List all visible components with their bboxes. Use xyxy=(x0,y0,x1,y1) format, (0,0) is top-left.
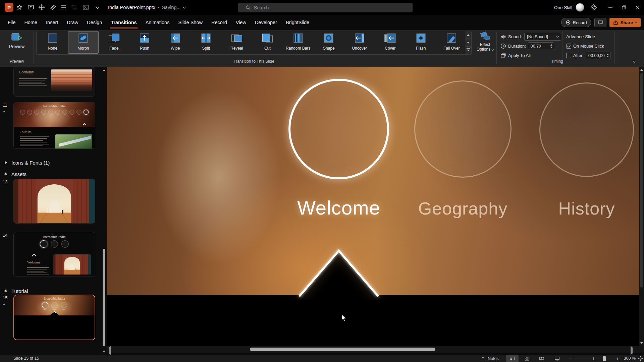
zoom-out-button[interactable]: − xyxy=(568,355,573,362)
nav-label-history[interactable]: History xyxy=(558,198,615,219)
on-mouse-click-checkbox[interactable] xyxy=(566,44,571,49)
paragraph-layout-icon[interactable] xyxy=(60,4,67,11)
section-label: Icons & Fonts (1) xyxy=(11,160,50,166)
slideshow-button[interactable] xyxy=(551,355,564,362)
designer-diamond-icon[interactable] xyxy=(590,4,597,11)
normal-view-button[interactable] xyxy=(506,355,519,362)
after-checkbox[interactable] xyxy=(566,53,571,58)
nav-circle-history[interactable] xyxy=(539,82,634,177)
transition-cover[interactable]: Cover xyxy=(375,31,406,54)
slide-lower-section[interactable] xyxy=(107,295,639,346)
present-screen-icon[interactable] xyxy=(28,4,34,11)
reading-view-button[interactable] xyxy=(535,355,548,362)
panel-scrollbar-thumb xyxy=(103,249,105,346)
tab-slide-show[interactable]: Slide Show xyxy=(174,15,207,30)
user-name[interactable]: One Skill xyxy=(554,5,572,10)
zoom-slider[interactable] xyxy=(574,355,614,362)
slide-counter: Slide 15 of 15 xyxy=(13,356,39,361)
zoom-slider-thumb[interactable] xyxy=(603,356,606,361)
transition-uncover[interactable]: Uncover xyxy=(344,31,375,54)
transition-fall-over[interactable]: Fall Over xyxy=(436,31,467,54)
transition-wipe[interactable]: Wipe xyxy=(160,31,191,54)
record-button[interactable]: Record xyxy=(561,18,592,27)
section-icons-fonts-1-[interactable]: Icons & Fonts (1) xyxy=(0,159,107,166)
sound-dropdown[interactable]: [No Sound] xyxy=(524,33,561,41)
nav-label-geography[interactable]: Geography xyxy=(418,198,507,219)
thumb-subtitle: Welcome xyxy=(27,260,40,264)
collapse-ribbon-button[interactable] xyxy=(631,58,638,65)
transition-random-bars[interactable]: Random Bars xyxy=(283,31,314,54)
canvas-horizontal-scrollbar[interactable] xyxy=(107,346,639,353)
transition-wipe-icon xyxy=(169,33,182,45)
zoom-level[interactable]: 300 % xyxy=(620,356,636,361)
tab-file[interactable]: File xyxy=(3,15,20,30)
on-mouse-click-label: On Mouse Click xyxy=(573,44,604,49)
tab-draw[interactable]: Draw xyxy=(62,15,83,30)
preview-button[interactable]: Preview xyxy=(3,31,30,53)
duration-input[interactable]: 00,70 xyxy=(528,42,554,50)
nav-circle-welcome[interactable] xyxy=(288,79,389,179)
close-button[interactable] xyxy=(631,0,644,15)
after-input[interactable]: 00:00,00 xyxy=(586,52,610,59)
slide-sorter-button[interactable] xyxy=(521,355,533,362)
transition-uncover-icon xyxy=(353,33,366,45)
slide-thumbnail-14[interactable]: Incredible IndiaWelcome xyxy=(13,232,95,277)
transition-push[interactable]: Push xyxy=(129,31,160,54)
record-dot-icon xyxy=(566,20,571,25)
gallery-scroll-up-button[interactable] xyxy=(465,31,471,39)
transition-cut[interactable]: Cut xyxy=(252,31,283,54)
transition-morph[interactable]: Morph xyxy=(68,31,99,54)
zoom-in-button[interactable]: + xyxy=(615,355,620,362)
tab-insert[interactable]: Insert xyxy=(42,15,62,30)
transition-shape[interactable]: Shape xyxy=(314,31,344,54)
tab-developer[interactable]: Developer xyxy=(251,15,281,30)
document-title[interactable]: India PowerPoint.pptx • Saving... xyxy=(108,0,185,15)
minimize-button[interactable] xyxy=(604,0,617,15)
fit-slide-to-window-button[interactable] xyxy=(637,355,644,362)
transition-split[interactable]: Split xyxy=(191,31,222,54)
apply-to-all-button[interactable]: Apply To All xyxy=(500,52,531,59)
slide-thumbnail-15[interactable]: Incredible India xyxy=(13,295,95,340)
notes-toggle[interactable]: Notes xyxy=(480,355,499,362)
tab-record[interactable]: Record xyxy=(207,15,231,30)
transition-none[interactable]: None xyxy=(37,31,68,54)
star-icon[interactable] xyxy=(16,4,23,11)
transition-fade[interactable]: Fade xyxy=(99,31,129,54)
nav-label-welcome[interactable]: Welcome xyxy=(297,196,380,219)
tab-transitions[interactable]: Transitions xyxy=(106,15,141,30)
canvas-vertical-scrollbar[interactable] xyxy=(639,67,644,353)
section-assets[interactable]: Assets xyxy=(0,170,107,178)
chevron-shape[interactable] xyxy=(285,241,392,300)
tab-home[interactable]: Home xyxy=(20,15,42,30)
slide-thumbnail-13[interactable] xyxy=(13,179,95,224)
transition-reveal[interactable]: Reveal xyxy=(221,31,252,54)
section-tutorial[interactable]: Tutorial xyxy=(0,287,107,295)
effect-options-button[interactable]: Effect Options xyxy=(474,31,496,58)
slide-thumbnail-11[interactable]: Incredible IndiaTourism xyxy=(13,102,95,149)
avatar[interactable] xyxy=(576,3,584,12)
customize-chevron-icon[interactable] xyxy=(94,4,101,11)
restore-button[interactable] xyxy=(617,0,631,15)
nav-circle-geography[interactable] xyxy=(414,80,512,178)
transition-flash[interactable]: Flash xyxy=(406,31,436,54)
search-input[interactable]: Search xyxy=(238,3,413,12)
transition-random-bars-icon xyxy=(291,33,305,45)
panel-scrollbar[interactable] xyxy=(102,67,106,355)
gallery-scroll-down-button[interactable] xyxy=(465,39,471,47)
transition-push-icon xyxy=(138,33,151,45)
tab-brightslide[interactable]: BrightSlide xyxy=(281,15,314,30)
comments-button[interactable] xyxy=(594,18,606,27)
gallery-more-button[interactable] xyxy=(465,47,471,54)
tab-animations[interactable]: Animations xyxy=(141,15,174,30)
move-icon[interactable] xyxy=(38,4,45,11)
title-chevron-icon[interactable] xyxy=(182,5,186,9)
slide-thumbnail[interactable]: Economy xyxy=(13,67,95,97)
crop-icon[interactable] xyxy=(71,4,78,11)
tab-view[interactable]: View xyxy=(231,15,251,30)
share-button[interactable]: Share xyxy=(609,18,641,27)
picture-icon[interactable] xyxy=(83,4,89,11)
pen-icon[interactable] xyxy=(50,4,56,11)
duration-label: Duration: xyxy=(508,44,526,49)
tab-design[interactable]: Design xyxy=(83,15,106,30)
powerpoint-logo-icon[interactable]: P xyxy=(5,3,13,12)
